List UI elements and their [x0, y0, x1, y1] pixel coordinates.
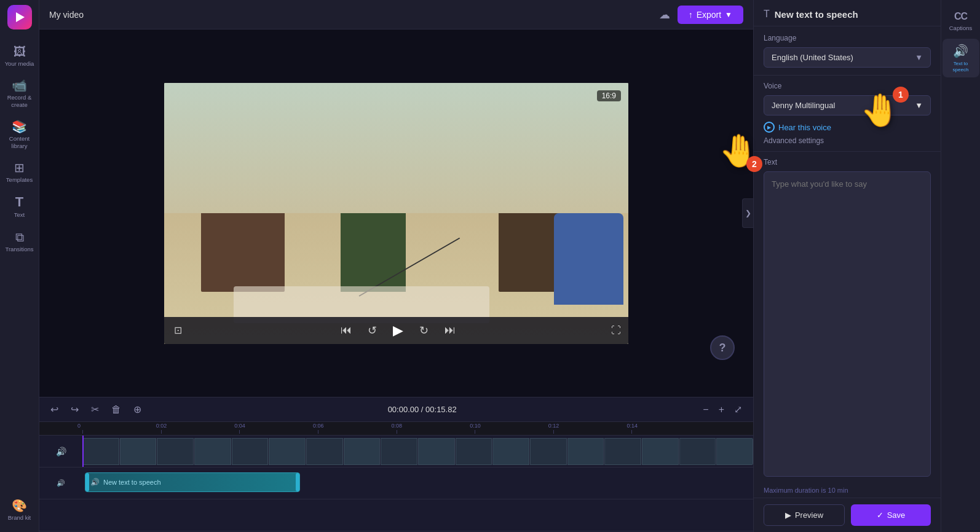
panel-footer: ▶ Preview ✓ Save [754, 498, 941, 532]
play-button[interactable]: ▶ [390, 320, 406, 341]
film-frame [642, 438, 679, 465]
save-label: Save [887, 510, 906, 520]
timeline-time-display: 00:00.00 / 00:15.82 [150, 405, 694, 414]
export-button[interactable]: ↑ Export ▼ [678, 6, 743, 24]
export-icon: ↑ [689, 10, 693, 20]
tts-track-icon: 🔊 [57, 479, 65, 487]
tts-clip[interactable]: 🔊 New text to speech [85, 472, 300, 492]
advanced-settings-label: Advanced settings [764, 136, 824, 145]
film-frame [381, 438, 417, 465]
panel-tts-icon: T [764, 9, 770, 20]
brand-kit-icon: 🎨 [12, 499, 27, 512]
export-label: Export [697, 10, 721, 20]
sidebar-item-your-media[interactable]: 🖼 Your media [1, 41, 38, 72]
sidebar-item-templates[interactable]: ⊞ Templates [1, 157, 38, 188]
main-area: My video ☁ ↑ Export ▼ [39, 0, 753, 532]
video-filmstrip [82, 438, 753, 465]
redo-button[interactable]: ↪ [67, 401, 82, 418]
tts-handle-right[interactable] [296, 473, 299, 491]
film-frame [530, 438, 567, 465]
preview-button[interactable]: ▶ Preview [764, 504, 845, 526]
captions-sidebar-item[interactable]: CC Captions [942, 6, 979, 36]
library-icon: 📚 [12, 120, 27, 133]
forward-button[interactable]: ↻ [417, 321, 431, 340]
save-button[interactable]: ✓ Save [851, 504, 931, 526]
tts-sidebar-icon: 🔊 [953, 44, 968, 58]
sidebar-item-record-label: Record & create [4, 94, 36, 108]
panel-header: T New text to speech [754, 0, 941, 26]
voice-dropdown[interactable]: Jenny Multilingual ▼ [764, 95, 931, 115]
text-input[interactable] [764, 171, 931, 477]
collapse-panel-arrow[interactable]: ❯ [742, 198, 753, 228]
sidebar-item-text[interactable]: T Text [1, 190, 38, 223]
video-container: 16:9 ⊡ ⏮ ↺ ▶ ↻ ⏭ ⛶ [164, 83, 628, 344]
cut-button[interactable]: ✂ [87, 401, 103, 418]
zoom-controls: − + ⤢ [699, 401, 746, 418]
film-frame [194, 438, 231, 465]
skip-forward-button[interactable]: ⏭ [442, 321, 458, 339]
fit-timeline-button[interactable]: ⤢ [730, 401, 746, 418]
video-area: 16:9 ⊡ ⏮ ↺ ▶ ↻ ⏭ ⛶ ❯ ? [39, 29, 753, 397]
ruler-mark-6: 0:06 [318, 430, 397, 434]
monitor-button[interactable]: ⊡ [172, 322, 184, 338]
ruler-mark-12: 0:12 [553, 430, 632, 434]
tts-handle-left[interactable] [85, 473, 89, 491]
sidebar-item-record-create[interactable]: 📹 Record & create [1, 74, 38, 113]
help-button[interactable]: ? [710, 335, 735, 360]
zoom-out-button[interactable]: − [699, 402, 712, 418]
video-track-label: 🔊 [39, 447, 82, 456]
add-to-timeline-button[interactable]: ⊕ [130, 401, 145, 418]
tts-track-row: 🔊 🔊 New text to speech [39, 467, 753, 499]
transitions-icon: ⧉ [15, 231, 24, 243]
left-sidebar: 🖼 Your media 📹 Record & create 📚 Content… [0, 0, 39, 532]
advanced-settings-button[interactable]: Advanced settings [764, 134, 931, 147]
film-frame [679, 438, 716, 465]
tts-clip-label: New text to speech [103, 479, 161, 486]
ruler-mark-4: 0:04 [239, 430, 318, 434]
video-filmstrip-content[interactable] [82, 436, 753, 467]
preview-icon: ▶ [785, 510, 791, 520]
video-track: 🔊 [39, 436, 753, 467]
ruler-mark-0: 0 [82, 430, 161, 434]
film-frame [716, 438, 753, 465]
empty-track-row [39, 499, 753, 531]
sidebar-item-brand-kit[interactable]: 🎨 Brand kit [1, 495, 38, 526]
text-to-speech-sidebar-item[interactable]: 🔊 Text tospeech [942, 39, 979, 77]
preview-label: Preview [795, 510, 823, 520]
film-frame [232, 438, 269, 465]
film-frame [157, 438, 194, 465]
language-dropdown[interactable]: English (United States) ▼ [764, 47, 931, 68]
sidebar-item-content-library[interactable]: 📚 Content library [1, 115, 38, 154]
zoom-in-button[interactable]: + [715, 402, 728, 418]
right-sidebar: CC Captions 🔊 Text tospeech [941, 0, 980, 532]
ruler-marks: 0 0:02 0:04 0:06 [82, 430, 710, 434]
svg-marker-0 [16, 12, 25, 22]
panel-title: New text to speech [775, 9, 858, 20]
rewind-button[interactable]: ↺ [365, 321, 379, 340]
hear-voice-play-icon: ▶ [764, 122, 775, 133]
hear-this-voice-label: Hear this voice [778, 123, 831, 132]
sidebar-item-your-media-label: Your media [5, 60, 34, 67]
film-frame [269, 438, 306, 465]
tts-sidebar-label: Text tospeech [953, 61, 969, 72]
tts-track-content[interactable]: 🔊 New text to speech [82, 467, 753, 499]
hear-this-voice-button[interactable]: ▶ Hear this voice [764, 120, 931, 134]
fullscreen-button[interactable]: ⛶ [611, 325, 621, 336]
delete-button[interactable]: 🗑 [108, 402, 125, 418]
right-panel: T New text to speech Language English (U… [753, 0, 941, 532]
undo-button[interactable]: ↩ [47, 401, 62, 418]
tts-track-label: 🔊 [39, 479, 82, 487]
templates-icon: ⊞ [14, 162, 25, 174]
video-controls: ⊡ ⏮ ↺ ▶ ↻ ⏭ ⛶ [164, 317, 628, 344]
aspect-ratio-badge: 16:9 [597, 90, 621, 101]
language-section: Language English (United States) ▼ [754, 26, 941, 76]
sidebar-item-text-label: Text [14, 211, 25, 218]
language-value: English (United States) [772, 53, 853, 62]
skip-back-button[interactable]: ⏮ [338, 321, 354, 339]
film-frame [306, 438, 343, 465]
film-frame [604, 438, 641, 465]
language-chevron-icon: ▼ [915, 53, 923, 62]
sidebar-item-transitions[interactable]: ⧉ Transitions [1, 226, 38, 257]
save-cloud-icon[interactable]: ☁ [659, 8, 670, 22]
timeline-toolbar: ↩ ↪ ✂ 🗑 ⊕ 00:00.00 / 00:15.82 − + ⤢ [39, 397, 753, 422]
